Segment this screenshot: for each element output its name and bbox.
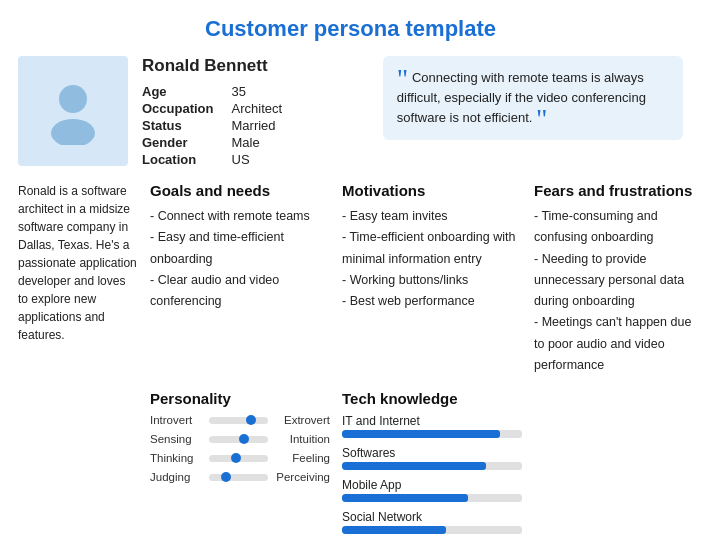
trait-label-left: Judging	[150, 471, 205, 483]
tech-bar-fill	[342, 462, 486, 470]
trait-label-right: Perceiving	[272, 471, 330, 483]
trait-label-left: Sensing	[150, 433, 205, 445]
field-label: Occupation	[142, 100, 232, 117]
field-label: Location	[142, 151, 232, 168]
profile-field-row: OccupationArchitect	[142, 100, 300, 117]
personality-traits: Introvert Extrovert Sensing Intuition Th…	[150, 414, 330, 483]
goal-item: - Clear audio and video conferencing	[150, 270, 330, 313]
empty-col	[18, 390, 138, 542]
tech-label: Softwares	[342, 446, 522, 460]
profile-field-row: GenderMale	[142, 134, 300, 151]
motivation-item: - Best web performance	[342, 291, 522, 312]
fears-title: Fears and frustrations	[534, 182, 701, 199]
tech-section: Tech knowledge IT and Internet Softwares…	[342, 390, 522, 542]
tech-bar-fill	[342, 494, 468, 502]
quote-box: " Connecting with remote teams is always…	[383, 56, 683, 140]
trait-bar	[209, 474, 268, 481]
profile-table: Age35OccupationArchitectStatusMarriedGen…	[142, 83, 300, 168]
profile-name: Ronald Bennett	[142, 56, 369, 76]
tech-label: IT and Internet	[342, 414, 522, 428]
trait-row: Sensing Intuition	[150, 433, 330, 445]
avatar	[18, 56, 128, 166]
profile-field-row: LocationUS	[142, 151, 300, 168]
profile-field-row: StatusMarried	[142, 117, 300, 134]
field-value: 35	[232, 83, 301, 100]
page: Customer persona template Ronald Bennett…	[0, 0, 701, 556]
page-title: Customer persona template	[18, 16, 683, 42]
tech-bar-bg	[342, 462, 522, 470]
trait-bar	[209, 436, 268, 443]
goal-item: - Easy and time-efficient onboarding	[150, 227, 330, 270]
tech-bar-fill	[342, 526, 446, 534]
field-value: Married	[232, 117, 301, 134]
motivations-section: Motivations - Easy team invites- Time-ef…	[342, 182, 522, 376]
trait-bar	[209, 417, 268, 424]
trait-dot	[221, 472, 231, 482]
tech-bar-bg	[342, 430, 522, 438]
trait-dot	[246, 415, 256, 425]
field-label: Status	[142, 117, 232, 134]
top-row: Ronald Bennett Age35OccupationArchitectS…	[18, 56, 683, 168]
empty-col2	[534, 390, 701, 542]
fear-item: - Needing to provide unnecessary persona…	[534, 249, 701, 313]
trait-row: Introvert Extrovert	[150, 414, 330, 426]
trait-label-right: Intuition	[272, 433, 330, 445]
trait-row: Thinking Feeling	[150, 452, 330, 464]
quote-text: Connecting with remote teams is always d…	[397, 70, 646, 125]
field-label: Age	[142, 83, 232, 100]
fear-item: - Time-consuming and confusing onboardin…	[534, 206, 701, 249]
personality-section: Personality Introvert Extrovert Sensing …	[150, 390, 330, 542]
tech-title: Tech knowledge	[342, 390, 522, 407]
tech-label: Mobile App	[342, 478, 522, 492]
svg-point-1	[51, 119, 95, 145]
goals-title: Goals and needs	[150, 182, 330, 199]
motivation-item: - Easy team invites	[342, 206, 522, 227]
field-value: Architect	[232, 100, 301, 117]
tech-bar-item: IT and Internet	[342, 414, 522, 438]
tech-bar-bg	[342, 494, 522, 502]
field-value: Male	[232, 134, 301, 151]
personality-title: Personality	[150, 390, 330, 407]
fear-item: - Meetings can't happen due to poor audi…	[534, 312, 701, 376]
motivations-title: Motivations	[342, 182, 522, 199]
profile-info: Ronald Bennett Age35OccupationArchitectS…	[142, 56, 369, 168]
trait-dot	[231, 453, 241, 463]
profile-field-row: Age35	[142, 83, 300, 100]
fears-content: - Time-consuming and confusing onboardin…	[534, 206, 701, 376]
person-icon	[38, 75, 108, 148]
trait-dot	[239, 434, 249, 444]
tech-bar-item: Mobile App	[342, 478, 522, 502]
goals-section: Goals and needs - Connect with remote te…	[150, 182, 330, 376]
bio-section: Ronald is a software architect in a mids…	[18, 182, 138, 376]
close-quote: "	[536, 103, 547, 134]
tech-bar-fill	[342, 430, 500, 438]
trait-row: Judging Perceiving	[150, 471, 330, 483]
trait-label-left: Introvert	[150, 414, 205, 426]
goal-item: - Connect with remote teams	[150, 206, 330, 227]
tech-bar-bg	[342, 526, 522, 534]
svg-point-0	[59, 85, 87, 113]
motivation-item: - Working buttons/links	[342, 270, 522, 291]
tech-label: Social Network	[342, 510, 522, 524]
tech-bars: IT and Internet Softwares Mobile App Soc…	[342, 414, 522, 534]
tech-bar-item: Softwares	[342, 446, 522, 470]
motivation-item: - Time-efficient onboarding with minimal…	[342, 227, 522, 270]
bio-text: Ronald is a software architect in a mids…	[18, 184, 137, 342]
field-value: US	[232, 151, 301, 168]
bottom-content: Ronald is a software architect in a mids…	[18, 182, 683, 542]
trait-label-right: Extrovert	[272, 414, 330, 426]
trait-bar	[209, 455, 268, 462]
tech-bar-item: Social Network	[342, 510, 522, 534]
motivations-content: - Easy team invites- Time-efficient onbo…	[342, 206, 522, 312]
trait-label-left: Thinking	[150, 452, 205, 464]
trait-label-right: Feeling	[272, 452, 330, 464]
goals-content: - Connect with remote teams- Easy and ti…	[150, 206, 330, 312]
fears-section: Fears and frustrations - Time-consuming …	[534, 182, 701, 376]
field-label: Gender	[142, 134, 232, 151]
